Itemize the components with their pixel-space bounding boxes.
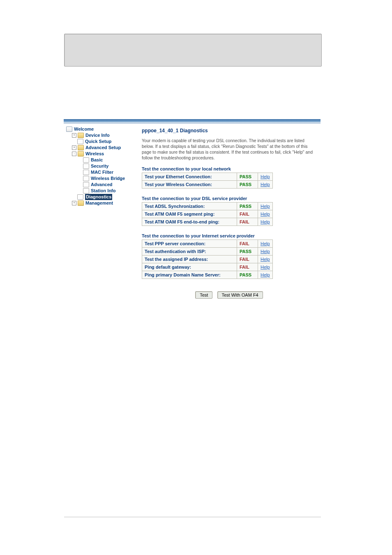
- test-name: Test authentication with ISP:: [142, 248, 237, 256]
- page-header-band: [64, 34, 322, 67]
- diagnostics-row: Test your Wireless Connection:PASSHelp: [142, 181, 273, 189]
- sidebar-item-wireless[interactable]: -Wireless: [66, 151, 134, 157]
- intro-text: Your modem is capable of testing your DS…: [142, 138, 316, 161]
- diagnostics-table: Test your Ethernet Connection:PASSHelpTe…: [142, 173, 273, 189]
- diagnostics-row: Ping primary Domain Name Server:PASSHelp: [142, 271, 273, 279]
- section-heading: Test the connection to your Internet ser…: [142, 233, 316, 238]
- test-name: Test your Wireless Connection:: [142, 181, 237, 189]
- section-heading: Test the connection to your DSL service …: [142, 196, 316, 201]
- sidebar-item-diagnostics[interactable]: Diagnostics: [66, 194, 134, 200]
- diagnostics-row: Test PPP server connection:FAILHelp: [142, 240, 273, 248]
- diagnostics-row: Test ADSL Synchronization:PASSHelp: [142, 203, 273, 210]
- page-icon: [83, 188, 89, 193]
- help-link[interactable]: Help: [261, 257, 270, 262]
- help-link[interactable]: Help: [261, 212, 270, 216]
- page-icon: [77, 194, 83, 200]
- expand-icon[interactable]: +: [72, 201, 76, 205]
- sidebar-item-advanced-setup[interactable]: +Advanced Setup: [66, 145, 134, 151]
- test-name: Ping default gateway:: [142, 263, 237, 271]
- sidebar-item-mac-filter[interactable]: MAC Filter: [66, 169, 134, 175]
- sidebar: Welcome +Device InfoQuick Setup+Advanced…: [64, 124, 136, 206]
- sidebar-item-wireless-bridge[interactable]: Wireless Bridge: [66, 175, 134, 182]
- folder-icon: [78, 145, 84, 150]
- page-icon: [83, 170, 89, 175]
- help-link[interactable]: Help: [261, 265, 270, 269]
- test-status: FAIL: [240, 219, 249, 224]
- test-status: FAIL: [240, 265, 249, 269]
- section-heading: Test the connection to your local networ…: [142, 166, 316, 171]
- sidebar-item-label: MAC Filter: [91, 169, 113, 175]
- collapse-icon[interactable]: -: [72, 152, 76, 156]
- sidebar-item-label: Security: [91, 163, 108, 169]
- sidebar-item-label: Station Info: [91, 188, 116, 194]
- page-icon: [83, 157, 89, 163]
- main-content: pppoe_14_40_1 Diagnostics Your modem is …: [136, 124, 321, 306]
- test-name: Test ATM OAM F5 segment ping:: [142, 210, 237, 218]
- test-button[interactable]: Test: [195, 291, 212, 299]
- sidebar-item-security[interactable]: Security: [66, 163, 134, 169]
- test-status: PASS: [240, 249, 251, 254]
- diagnostics-row: Ping default gateway:FAILHelp: [142, 263, 273, 271]
- sidebar-item-advanced[interactable]: Advanced: [66, 182, 134, 188]
- page-footer-rule: [64, 517, 321, 517]
- test-status: FAIL: [240, 241, 249, 246]
- page-icon: [77, 139, 83, 144]
- panel-banner: [64, 119, 321, 124]
- expand-icon[interactable]: +: [72, 133, 76, 138]
- help-link[interactable]: Help: [261, 174, 270, 179]
- diagnostics-table: Test ADSL Synchronization:PASSHelpTest A…: [142, 202, 273, 226]
- test-status: FAIL: [240, 212, 249, 216]
- test-status: PASS: [240, 204, 251, 209]
- test-name: Test the assigned IP address:: [142, 256, 237, 263]
- nav-tree: Welcome +Device InfoQuick Setup+Advanced…: [66, 126, 134, 206]
- folder-icon: [78, 151, 84, 157]
- action-buttons: Test Test With OAM F4: [142, 291, 316, 299]
- router-admin-panel: Welcome +Device InfoQuick Setup+Advanced…: [64, 119, 321, 306]
- page-title: pppoe_14_40_1 Diagnostics: [142, 128, 316, 134]
- folder-icon: [78, 200, 84, 206]
- diagnostics-row: Test the assigned IP address:FAILHelp: [142, 256, 273, 263]
- help-link[interactable]: Help: [261, 219, 270, 224]
- sidebar-item-management[interactable]: +Management: [66, 200, 134, 206]
- page-icon: [83, 182, 89, 187]
- test-status: PASS: [240, 174, 251, 179]
- test-status: PASS: [240, 182, 251, 187]
- sidebar-item-label: Wireless: [85, 151, 104, 157]
- sidebar-item-device-info[interactable]: +Device Info: [66, 132, 134, 138]
- page-icon: [83, 164, 89, 169]
- sidebar-item-quick-setup[interactable]: Quick Setup: [66, 138, 134, 145]
- diagnostics-row: Test your Ethernet Connection:PASSHelp: [142, 173, 273, 181]
- sidebar-item-station-info[interactable]: Station Info: [66, 188, 134, 194]
- computer-icon: [66, 127, 72, 132]
- help-link[interactable]: Help: [261, 241, 270, 246]
- expand-icon[interactable]: +: [72, 145, 76, 150]
- sidebar-item-label: Wireless Bridge: [91, 175, 125, 182]
- sidebar-item-label: Management: [85, 200, 113, 206]
- test-status: FAIL: [240, 257, 249, 262]
- sidebar-item-label: Quick Setup: [85, 138, 111, 145]
- diagnostics-table: Test PPP server connection:FAILHelpTest …: [142, 240, 273, 279]
- diagnostics-row: Test authentication with ISP:PASSHelp: [142, 248, 273, 256]
- diagnostics-row: Test ATM OAM F5 end-to-end ping:FAILHelp: [142, 218, 273, 226]
- test-name: Ping primary Domain Name Server:: [142, 271, 237, 279]
- sidebar-item-basic[interactable]: Basic: [66, 157, 134, 163]
- help-link[interactable]: Help: [261, 182, 270, 187]
- tree-root-label: Welcome: [74, 126, 94, 132]
- sidebar-item-label: Basic: [91, 157, 103, 163]
- test-with-oam-f4-button[interactable]: Test With OAM F4: [217, 291, 263, 299]
- test-status: PASS: [240, 272, 251, 277]
- test-name: Test your Ethernet Connection:: [142, 173, 237, 181]
- help-link[interactable]: Help: [261, 204, 270, 209]
- page-icon: [83, 176, 89, 181]
- sidebar-item-label: Device Info: [85, 132, 110, 138]
- test-name: Test PPP server connection:: [142, 240, 237, 248]
- diagnostics-row: Test ATM OAM F5 segment ping:FAILHelp: [142, 210, 273, 218]
- sidebar-item-label: Diagnostics: [85, 194, 112, 200]
- test-name: Test ADSL Synchronization:: [142, 203, 237, 210]
- help-link[interactable]: Help: [261, 249, 270, 254]
- tree-root[interactable]: Welcome: [66, 126, 134, 132]
- help-link[interactable]: Help: [261, 272, 270, 277]
- sidebar-item-label: Advanced Setup: [85, 145, 121, 151]
- test-name: Test ATM OAM F5 end-to-end ping:: [142, 218, 237, 226]
- folder-icon: [78, 133, 84, 138]
